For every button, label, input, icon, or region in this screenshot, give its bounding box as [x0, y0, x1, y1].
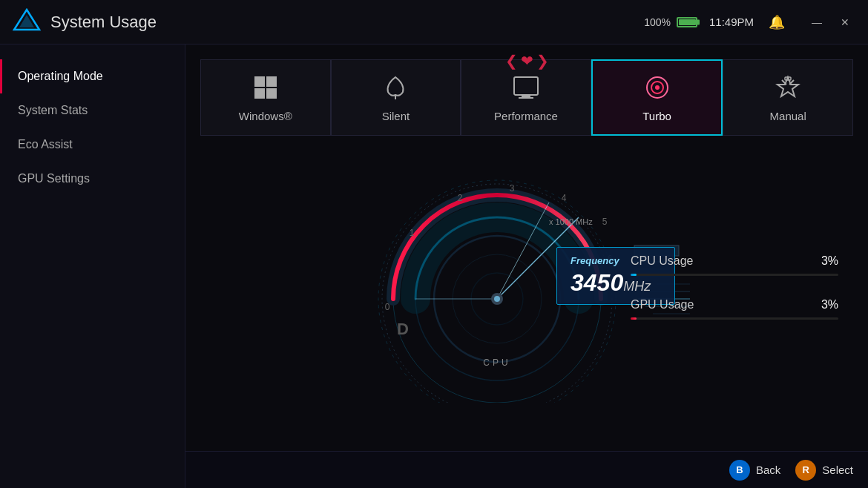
svg-text:5: 5 — [602, 217, 608, 227]
close-button[interactable]: ✕ — [834, 11, 856, 33]
svg-rect-5 — [266, 88, 277, 99]
mode-tab-label-performance: Performance — [494, 110, 558, 122]
cpu-usage-value: 3% — [821, 254, 838, 268]
mode-tab-label-windows: Windows® — [239, 110, 292, 122]
content-area: Windows®SilentPerformanceTurboManual ❮❤❯ — [185, 44, 868, 488]
mode-tab-windows[interactable]: Windows® — [200, 59, 331, 136]
mode-tab-label-silent: Silent — [382, 110, 410, 122]
cpu-usage-item: CPU Usage 3% — [631, 254, 838, 276]
mode-tab-silent[interactable]: Silent — [331, 59, 461, 136]
svg-rect-7 — [514, 77, 538, 95]
bottom-bar: B Back R Select — [185, 451, 868, 488]
gpu-usage-header: GPU Usage 3% — [631, 298, 838, 311]
gauge-area: 0 1 2 3 4 5 6 x 1000 MHz D — [200, 151, 853, 403]
gpu-usage-value: 3% — [821, 298, 838, 311]
gpu-usage-bar-fill — [631, 317, 637, 320]
svg-text:D: D — [397, 320, 409, 338]
cpu-usage-bar-fill — [631, 274, 637, 276]
battery-info: 100% — [644, 16, 697, 28]
sidebar-item-eco-assist[interactable]: Eco Assist — [0, 128, 185, 162]
sidebar: Operating ModeSystem StatsEco AssistGPU … — [0, 44, 185, 488]
svg-text:CPU: CPU — [483, 357, 510, 368]
titlebar: System Usage 100% 11:49PM 🔔 — ✕ — [0, 0, 868, 44]
svg-point-12 — [655, 85, 660, 90]
svg-rect-2 — [254, 76, 265, 87]
mode-tabs: Windows®SilentPerformanceTurboManual — [200, 59, 853, 136]
battery-icon — [677, 17, 697, 27]
back-btn-label: Back — [756, 464, 780, 476]
svg-text:0: 0 — [385, 302, 390, 312]
arrow-decoration: ❮❤❯ — [505, 52, 549, 70]
battery-fill — [679, 19, 696, 25]
silent-mode-icon — [381, 73, 410, 102]
cpu-usage-header: CPU Usage 3% — [631, 254, 838, 268]
app-title: System Usage — [50, 13, 644, 32]
svg-text:4: 4 — [562, 193, 567, 203]
select-btn-icon: R — [795, 460, 816, 481]
manual-mode-icon — [773, 73, 803, 102]
gpu-usage-label: GPU Usage — [631, 298, 694, 311]
svg-text:x 1000 MHz: x 1000 MHz — [549, 217, 593, 226]
minimize-button[interactable]: — — [806, 11, 828, 33]
window-controls: — ✕ — [806, 11, 856, 33]
sidebar-item-system-stats[interactable]: System Stats — [0, 93, 185, 128]
battery-percentage: 100% — [644, 16, 671, 28]
svg-text:1: 1 — [410, 228, 415, 238]
frequency-value: 3450 — [571, 269, 623, 296]
select-button[interactable]: R Select — [795, 460, 853, 481]
turbo-mode-icon — [642, 73, 672, 102]
notification-icon[interactable]: 🔔 — [766, 11, 788, 33]
mode-tab-label-turbo: Turbo — [642, 110, 671, 122]
mode-tab-manual[interactable]: Manual — [723, 59, 853, 136]
right-panel: CPU Usage 3% GPU Usage 3% — [631, 254, 838, 342]
gpu-usage-item: GPU Usage 3% — [631, 298, 838, 320]
cpu-usage-label: CPU Usage — [631, 254, 693, 268]
gpu-usage-bar-bg — [631, 317, 838, 320]
back-button[interactable]: B Back — [729, 460, 780, 481]
app-logo-icon — [12, 7, 42, 37]
sidebar-item-gpu-settings[interactable]: GPU Settings — [0, 162, 185, 196]
mode-tab-performance[interactable]: Performance — [461, 59, 591, 136]
svg-text:2: 2 — [458, 193, 463, 203]
back-btn-icon: B — [729, 460, 750, 481]
windows-mode-icon — [251, 73, 280, 102]
select-btn-label: Select — [822, 464, 853, 476]
mode-tab-label-manual: Manual — [770, 110, 806, 122]
svg-point-26 — [494, 296, 500, 302]
clock-display: 11:49PM — [709, 16, 754, 28]
titlebar-controls: 100% 11:49PM 🔔 — ✕ — [644, 11, 856, 33]
performance-mode-icon — [511, 73, 541, 102]
main-layout: Operating ModeSystem StatsEco AssistGPU … — [0, 44, 868, 488]
cpu-usage-bar-bg — [631, 274, 838, 276]
mode-tab-turbo[interactable]: Turbo — [591, 59, 723, 136]
svg-rect-4 — [254, 88, 265, 99]
svg-rect-3 — [266, 76, 277, 87]
sidebar-item-operating-mode[interactable]: Operating Mode — [0, 59, 185, 93]
